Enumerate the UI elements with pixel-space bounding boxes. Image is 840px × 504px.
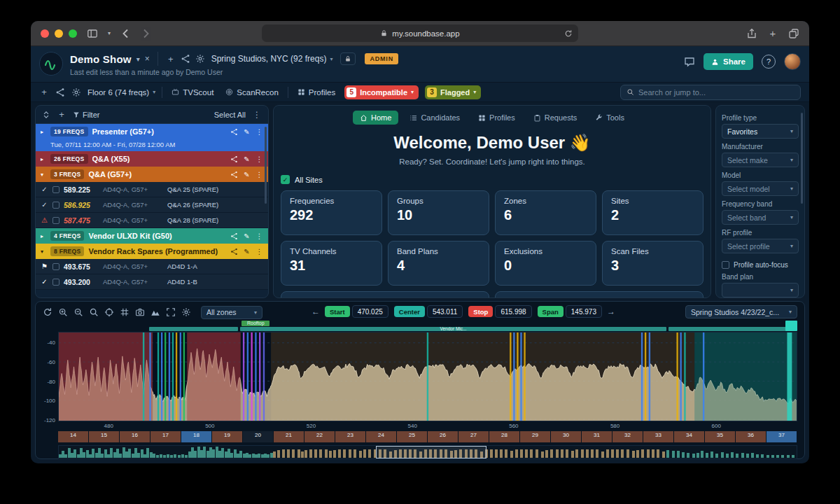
stat-card-exclusions[interactable]: Exclusions0 (495, 241, 596, 286)
share-button[interactable]: Share (704, 53, 753, 70)
target-icon[interactable] (104, 307, 114, 317)
share-icon[interactable] (230, 155, 238, 163)
tab-home[interactable]: Home (353, 111, 398, 125)
zone-marker-bar[interactable] (668, 327, 795, 331)
add-icon[interactable]: + (166, 54, 176, 64)
search-icon[interactable] (89, 307, 99, 317)
tv-channel-26[interactable]: 26 (428, 431, 458, 442)
share-icon[interactable] (230, 128, 238, 136)
kebab-menu-icon[interactable]: ⋮ (255, 155, 263, 163)
select-manufacturer[interactable]: Select make▾ (722, 153, 799, 167)
minimap[interactable] (58, 445, 797, 459)
spectrum-plot[interactable] (58, 332, 797, 421)
sidebar-toggle-icon[interactable] (87, 28, 98, 39)
scanrecon-button[interactable]: ScanRecon (223, 87, 281, 98)
zone-marker-bar[interactable] (785, 321, 797, 331)
site-selector[interactable]: Spring Studios, NYC (92 freqs) ▾ (211, 54, 333, 64)
share-icon[interactable] (230, 171, 238, 178)
step-right-button[interactable]: → (607, 307, 615, 316)
row-checkbox[interactable] (52, 279, 59, 286)
profiles-button[interactable]: Profiles (295, 87, 338, 98)
tv-channel-32[interactable]: 32 (612, 431, 643, 442)
avatar[interactable] (784, 53, 801, 70)
share-icon[interactable] (55, 88, 65, 97)
frequency-row[interactable]: ✓589.225AD4Q-A, G57+Q&A 25 (SPARE) (36, 182, 268, 197)
group-header-q-a-x55[interactable]: ▸26 FREQSQ&A (X55)✎⋮ (36, 151, 268, 167)
tv-channel-35[interactable]: 35 (705, 431, 736, 442)
edit-icon[interactable]: ✎ (243, 248, 251, 255)
zone-marker-rooftop[interactable]: Rooftop (241, 321, 270, 326)
comments-icon[interactable] (684, 56, 695, 67)
filter-button[interactable]: Filter (73, 111, 99, 119)
edit-icon[interactable]: ✎ (243, 171, 251, 178)
zone-marker-bar[interactable] (149, 327, 238, 331)
tv-channel-21[interactable]: 21 (274, 431, 304, 442)
frequency-row[interactable]: ⚑493.675AD4Q-A, G57+AD4D 1-A (36, 259, 268, 274)
reload-icon[interactable] (43, 307, 52, 317)
row-checkbox[interactable] (52, 186, 59, 193)
minimize-window-button[interactable] (55, 29, 63, 38)
address-bar[interactable]: my.soundbase.app (262, 24, 578, 42)
row-checkbox[interactable] (52, 202, 59, 209)
tv-channel-14[interactable]: 14 (58, 431, 89, 442)
share-icon[interactable] (230, 248, 238, 255)
edit-icon[interactable]: ✎ (243, 155, 251, 163)
zoomin-icon[interactable] (58, 307, 68, 317)
lock-button[interactable] (340, 52, 356, 65)
stat-card-groups[interactable]: Groups10 (388, 190, 489, 235)
frequency-row[interactable]: ✓493.200AD4Q-A, G57+AD4D 1-B (36, 274, 268, 290)
row-checkbox[interactable] (52, 217, 59, 224)
tv-channel-31[interactable]: 31 (582, 431, 612, 442)
stat-card-sites[interactable]: Sites2 (602, 190, 704, 235)
frequency-row[interactable]: ⚠587.475AD4Q-A, G57+Q&A 28 (SPARE) (36, 213, 268, 228)
tab-tools[interactable]: Tools (588, 111, 631, 125)
profile-auto-focus-toggle[interactable]: Profile auto-focus (722, 261, 799, 269)
tv-channel-16[interactable]: 16 (120, 431, 150, 442)
stat-card-tv-channels[interactable]: TV Channels31 (281, 241, 382, 286)
spec-stop-value[interactable]: 615.998 (495, 305, 531, 318)
row-checkbox[interactable] (52, 263, 59, 270)
tv-channel-15[interactable]: 15 (89, 431, 120, 442)
select-frequency-band[interactable]: Select band▾ (722, 210, 799, 225)
spec-span-value[interactable]: 145.973 (566, 305, 602, 318)
tab-profiles[interactable]: Profiles (471, 111, 522, 125)
all-sites-toggle[interactable]: ✓ All Sites (281, 175, 704, 184)
incompatible-filter-button[interactable]: 5 Incompatible ▾ (344, 85, 419, 99)
group-header-presenter-g57[interactable]: ▸19 FREQSPresenter (G57+)✎⋮ (36, 124, 268, 139)
sidebar-scrollbar[interactable] (265, 127, 267, 204)
zoomout-icon[interactable] (74, 307, 83, 317)
kebab-menu-icon[interactable]: ⋮ (255, 232, 263, 240)
close-show-icon[interactable]: × (145, 54, 150, 64)
tv-channel-34[interactable]: 34 (674, 431, 705, 442)
help-button[interactable]: ? (762, 55, 776, 69)
tv-channel-24[interactable]: 24 (366, 431, 397, 442)
tv-channel-29[interactable]: 29 (520, 431, 551, 442)
chevron-down-icon[interactable]: ▾ (41, 248, 46, 255)
tv-channel-23[interactable]: 23 (335, 431, 366, 442)
chevron-right-icon[interactable]: ▸ (41, 156, 46, 162)
peak-icon[interactable] (150, 307, 160, 317)
collapse-all-icon[interactable] (42, 111, 50, 119)
spec-center-value[interactable]: 543.011 (427, 305, 463, 318)
camera-icon[interactable] (135, 307, 145, 317)
panel-scrollbar[interactable] (801, 113, 803, 204)
soundbase-logo[interactable] (39, 52, 63, 76)
tv-channel-37[interactable]: 37 (766, 431, 797, 442)
add-icon[interactable]: + (39, 88, 49, 97)
tv-channel-18[interactable]: 18 (181, 431, 212, 442)
tvscout-button[interactable]: TVScout (169, 87, 216, 98)
tv-channel-22[interactable]: 22 (304, 431, 335, 442)
chevron-down-icon[interactable]: ▾ (41, 172, 46, 178)
tab-candidates[interactable]: Candidates (402, 111, 467, 125)
zone-marker-vendor-mic[interactable]: Vendor Mic... (240, 327, 667, 331)
forward-button[interactable] (140, 28, 151, 39)
browser-share-icon[interactable] (746, 28, 757, 39)
reload-icon[interactable] (564, 29, 573, 38)
tab-requests[interactable]: Requests (526, 111, 584, 125)
stat-card-frequencies[interactable]: Frequencies292 (281, 190, 382, 235)
fullscreen-icon[interactable] (166, 307, 176, 317)
share-icon[interactable] (181, 54, 190, 64)
settings-gear-icon[interactable] (195, 54, 205, 64)
settings-gear-icon[interactable] (71, 88, 81, 97)
tv-channel-17[interactable]: 17 (150, 431, 181, 442)
